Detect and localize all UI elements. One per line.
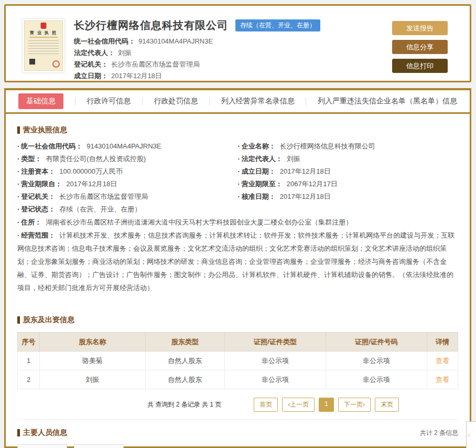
- section-marker-icon: [17, 316, 20, 324]
- field-row: ·登记状态：存续（在营、开业、在册）: [17, 203, 238, 216]
- cell-cert-number: 非公示项: [326, 370, 427, 389]
- view-detail-link[interactable]: 查看: [436, 376, 449, 383]
- table-header-row: 序号 股东名称 股东类型 证照/证件类型 证照/证件号码 详情: [18, 333, 458, 351]
- field-value: 91430104MA4PAJRN3E: [86, 142, 161, 150]
- key-personnel-list: 刘振 执行董事兼总... 骆美菊 监事: [17, 444, 458, 448]
- field-value: 有限责任公司(自然人投资或控股): [46, 155, 146, 163]
- pagination-controls: 首页 ‹上一页 1 下一页› 末页: [252, 398, 401, 412]
- column-header: 股东名称: [40, 333, 146, 351]
- field-label: 类型：: [21, 155, 41, 163]
- section-divider: [17, 419, 458, 420]
- company-name: 长沙行檀网络信息科技有限公司: [74, 18, 228, 33]
- tab-administrative-license[interactable]: 行政许可信息: [86, 97, 131, 106]
- cell-index: 1: [18, 351, 40, 370]
- field-value: 长沙市岳麓区市场监督管理局: [59, 193, 148, 200]
- field-value: 91430104MA4PAJRN3E: [138, 37, 213, 45]
- section-marker-icon: [17, 429, 20, 436]
- next-page-button[interactable]: 下一页›: [338, 398, 371, 412]
- column-header: 股东类型: [145, 333, 224, 351]
- field-value: 刘振: [287, 155, 300, 163]
- red-seal-icon: [52, 60, 60, 68]
- company-header-card: 营 业 执 照 长沙行檀网络信息科技有限公司 存续（在营、开业、在册） 统一社会…: [4, 4, 471, 82]
- field-label: 登记机关：: [21, 193, 55, 200]
- tab-administrative-penalty[interactable]: 行政处罚信息: [154, 97, 198, 106]
- record-count-text: 共 查询到 2 条记录 共 1 页: [147, 400, 221, 409]
- field-value: 长沙市岳麓区市场监督管理局: [111, 60, 200, 68]
- person-card[interactable]: 刘振 执行董事兼总...: [17, 444, 67, 448]
- field-value: 刘振: [118, 49, 132, 57]
- field-label: 住所：: [21, 218, 41, 226]
- qr-code-icon: [28, 58, 36, 66]
- column-header: 序号: [18, 333, 40, 351]
- field-row: ·企业名称：长沙行檀网络信息科技有限公司: [238, 140, 459, 153]
- view-detail-link[interactable]: 查看: [436, 357, 449, 365]
- print-info-button[interactable]: 信息打印: [392, 59, 448, 73]
- license-fields-grid: ·统一社会信用代码：91430104MA4PAJRN3E ·类型：有限责任公司(…: [17, 140, 458, 216]
- cell-cert-type: 非公示项: [224, 370, 326, 389]
- field-value: 计算机技术开发、技术服务；信息技术咨询服务；计算机技术转让；软件开发；软件技术服…: [17, 231, 455, 292]
- field-label: 企业名称：: [242, 142, 276, 150]
- prev-page-button[interactable]: ‹上一页: [282, 398, 315, 412]
- field-value: 100.000000万人民币: [59, 167, 123, 175]
- license-subline: [29, 37, 58, 38]
- address-row: ·住所：湖南省长沙市岳麓区桔子洲街道潇湘大道中段天马村大学科技园创业大厦二楼众创…: [17, 216, 458, 229]
- current-page-button[interactable]: 1: [319, 398, 334, 412]
- license-title: 营 业 执 照: [25, 30, 62, 36]
- tab-blacklist[interactable]: 列入严重违法失信企业名单（黑名单）信息: [318, 97, 457, 106]
- business-license-document: 营 业 执 照: [24, 20, 63, 71]
- field-value: 2017年12月18日: [66, 180, 117, 188]
- field-label: 注册资本：: [21, 167, 55, 175]
- staff-section-title: 主要人员信息: [17, 428, 67, 438]
- field-label: 成立日期：: [74, 72, 108, 80]
- field-label: 法定代表人：: [74, 49, 115, 57]
- cell-shareholder-name: 刘振: [40, 370, 146, 389]
- field-label: 统一社会信用代码：: [74, 37, 135, 45]
- cell-shareholder-type: 自然人股东: [145, 370, 224, 389]
- section-title-text: 主要人员信息: [23, 428, 67, 438]
- table-row: 1 骆美菊 自然人股东 非公示项 非公示项 查看: [18, 351, 458, 370]
- field-label: 核准日期：: [242, 193, 276, 200]
- person-card[interactable]: 骆美菊 监事: [74, 444, 124, 448]
- field-value: 2017年12月18日: [280, 193, 331, 200]
- field-row: ·成立日期：2017年12月18日: [238, 165, 459, 178]
- field-label: 营业期限至：: [242, 180, 283, 188]
- field-value: 2017年12月18日: [280, 167, 331, 175]
- header-action-buttons: 发送报告 信息分享 信息打印: [392, 21, 448, 81]
- shareholders-table: 序号 股东名称 股东类型 证照/证件类型 证照/证件号码 详情 1 骆美菊 自然…: [17, 332, 458, 389]
- send-report-button[interactable]: 发送报告: [392, 21, 448, 35]
- field-label: 经营范围：: [21, 231, 55, 239]
- tab-divider: [142, 98, 143, 105]
- tab-basic-info[interactable]: 基础信息: [18, 93, 63, 109]
- floating-side-widget[interactable]: ‹: [466, 421, 476, 448]
- column-header: 证照/证件类型: [224, 333, 326, 351]
- field-label: 法定代表人：: [242, 155, 283, 163]
- column-header: 证照/证件号码: [326, 333, 427, 351]
- share-info-button[interactable]: 信息分享: [392, 40, 448, 54]
- table-row: 2 刘振 自然人股东 非公示项 非公示项 查看: [18, 370, 458, 389]
- first-page-button[interactable]: 首页: [254, 398, 278, 412]
- cell-cert-number: 非公示项: [326, 351, 427, 370]
- field-value: 湖南省长沙市岳麓区桔子洲街道潇湘大道中段天马村大学科技园创业大厦二楼众创办公室（…: [46, 218, 352, 226]
- field-row: ·注册资本：100.000000万人民币: [17, 165, 238, 178]
- last-page-button[interactable]: 末页: [375, 398, 399, 412]
- field-row: ·类型：有限责任公司(自然人投资或控股): [17, 153, 238, 165]
- tab-abnormal-operations[interactable]: 列入经营异常名录信息: [221, 97, 295, 106]
- field-value: 存续（在营、开业、在册）: [59, 205, 141, 213]
- field-row: ·统一社会信用代码：91430104MA4PAJRN3E: [17, 140, 238, 153]
- tab-divider: [75, 98, 75, 105]
- field-label: 营业期限自：: [21, 180, 62, 188]
- field-row: ·营业期限自：2017年12月18日: [17, 178, 238, 190]
- field-value: 长沙行檀网络信息科技有限公司: [280, 142, 375, 150]
- national-emblem-icon: [41, 23, 47, 29]
- section-marker-icon: [17, 126, 20, 134]
- field-label: 成立日期：: [242, 167, 276, 175]
- field-value: 2067年12月17日: [287, 180, 338, 188]
- cell-shareholder-name: 骆美菊: [40, 351, 146, 370]
- tab-divider: [306, 98, 306, 105]
- staff-count-text: 共计 2 条信息: [420, 429, 458, 438]
- cell-cert-type: 非公示项: [224, 351, 326, 370]
- field-label: 统一社会信用代码：: [21, 142, 82, 150]
- section-title-text: 营业执照信息: [23, 125, 67, 135]
- status-badge: 存续（在营、开业、在册）: [235, 19, 320, 31]
- field-value: 2017年12月18日: [111, 72, 162, 80]
